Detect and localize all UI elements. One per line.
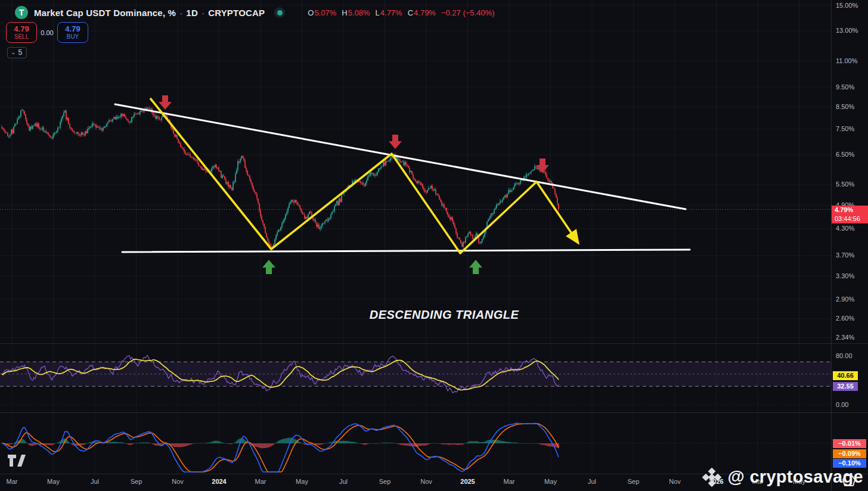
macd-value-badge: −0.01% xyxy=(833,439,866,448)
arrow-down-marker xyxy=(159,95,172,110)
time-axis-month-label: May xyxy=(296,478,308,485)
time-axis-month-label: Jul xyxy=(91,478,99,485)
separator: · xyxy=(179,8,182,18)
macd-value-badge: −0.09% xyxy=(833,449,866,458)
time-axis-month-label: Jul xyxy=(339,478,348,485)
price-axis-tick: 2.60% xyxy=(836,315,854,322)
macd-value-badge: −0.10% xyxy=(833,459,866,468)
arrow-up-marker xyxy=(469,260,482,274)
time-axis-month-label: May xyxy=(544,478,557,485)
open-value: 5.07% xyxy=(314,8,336,17)
sell-button[interactable]: 4.79 SELL xyxy=(6,22,37,43)
time-axis-month-label: Mar xyxy=(255,478,266,485)
time-axis-month-label: Sep xyxy=(628,478,640,485)
current-price-badge: 4.79% 03:44:56 xyxy=(832,206,868,223)
pane-separator[interactable] xyxy=(0,412,868,413)
interval-label[interactable]: 1D xyxy=(186,8,198,18)
buy-button[interactable]: 4.79 BUY xyxy=(57,22,88,43)
ohlc-values: O5.07% H5.08% L4.77% C4.79% −0.27 (−5.40… xyxy=(308,8,494,17)
price-axis-tick: 8.50% xyxy=(836,103,854,110)
watermark: @ cryptosavage xyxy=(702,467,863,487)
buy-price: 4.79 xyxy=(65,25,80,33)
time-axis-month-label: Mar xyxy=(7,478,18,485)
price-axis-tick: 15.00% xyxy=(836,2,858,9)
price-axis-tick: 7.50% xyxy=(836,125,854,132)
price-axis-tick: 6.50% xyxy=(836,151,854,158)
price-pane[interactable] xyxy=(0,0,831,343)
price-axis-tick: 4.30% xyxy=(836,225,854,232)
bar-countdown: 03:44:56 xyxy=(835,215,868,223)
close-value: 4.79% xyxy=(414,8,436,17)
arrow-down-marker xyxy=(536,159,549,173)
spread-value: 0.00 xyxy=(37,29,57,36)
sell-label: SELL xyxy=(14,33,29,40)
price-axis-tick: 11.00% xyxy=(836,57,858,64)
change-value: −0.27 (−5.40%) xyxy=(441,8,495,17)
arrow-up-marker xyxy=(262,260,275,274)
price-axis-tick: 2.90% xyxy=(836,296,854,303)
pane-separator[interactable] xyxy=(0,343,868,344)
market-status-dot-icon[interactable] xyxy=(274,7,285,18)
symbol-legend[interactable]: T Market Cap USDT Dominance, % · 1D · CR… xyxy=(14,5,495,20)
time-axis-month-label: Nov xyxy=(669,478,681,485)
rsi-value-badge: 40.66 xyxy=(833,371,858,380)
tether-icon: T xyxy=(14,5,29,20)
exchange-label[interactable]: CRYPTOCAP xyxy=(208,8,265,18)
arrow-down-marker xyxy=(389,135,402,149)
price-axis-tick: 5.50% xyxy=(836,181,854,188)
price-axis-tick: 3.30% xyxy=(836,272,854,279)
tradingview-chart-window: T Market Cap USDT Dominance, % · 1D · CR… xyxy=(0,0,868,491)
trade-panel: 4.79 SELL 0.00 4.79 BUY xyxy=(6,22,88,43)
symbol-title[interactable]: Market Cap USDT Dominance, % xyxy=(34,8,176,18)
tradingview-logo-icon[interactable] xyxy=(8,455,28,467)
time-axis-month-label: Sep xyxy=(379,478,391,485)
hexagon-badge-icon xyxy=(842,474,856,487)
macd-pane[interactable] xyxy=(0,412,831,474)
tray-count: 5 xyxy=(18,48,22,57)
separator: · xyxy=(202,8,204,18)
buy-label: BUY xyxy=(67,33,79,40)
price-axis-tick: 13.00% xyxy=(836,27,858,34)
rsi-axis-tick: 80.00 xyxy=(836,352,852,359)
time-axis-month-label: May xyxy=(47,478,60,485)
current-price: 4.79% xyxy=(835,206,868,215)
svg-text:T: T xyxy=(19,8,24,17)
high-value: 5.08% xyxy=(348,8,370,17)
price-axis-tick: 2.34% xyxy=(836,334,854,341)
open-label: O xyxy=(308,8,314,17)
time-axis-year-label: 2024 xyxy=(212,478,226,485)
object-tree-tray[interactable]: ⌄ 5 xyxy=(7,47,27,58)
time-axis-month-label: Nov xyxy=(172,478,184,485)
price-axis[interactable]: 4.79% 03:44:56 15.00%13.00%11.00%9.50%8.… xyxy=(831,0,868,491)
pattern-annotation-text: DESCENDING TRIANGLE xyxy=(334,308,554,322)
low-value: 4.77% xyxy=(380,8,402,17)
rsi-axis-tick: 0.00 xyxy=(836,401,848,408)
time-axis-month-label: Mar xyxy=(504,478,515,485)
time-axis-year-label: 2025 xyxy=(460,478,475,485)
high-label: H xyxy=(342,8,347,17)
sell-price: 4.79 xyxy=(14,25,29,33)
time-axis-month-label: Nov xyxy=(420,478,432,485)
price-axis-tick: 9.50% xyxy=(836,83,854,91)
time-axis-month-label: Jul xyxy=(588,478,596,485)
low-label: L xyxy=(376,8,380,17)
close-label: C xyxy=(408,8,413,17)
binance-diamond-icon xyxy=(702,468,722,487)
price-axis-tick: 3.70% xyxy=(836,251,854,259)
rsi-pane[interactable] xyxy=(0,343,831,412)
time-axis-month-label: Sep xyxy=(131,478,142,485)
rsi-value-badge: 32.55 xyxy=(833,382,858,391)
chevron-down-icon: ⌄ xyxy=(11,49,16,55)
